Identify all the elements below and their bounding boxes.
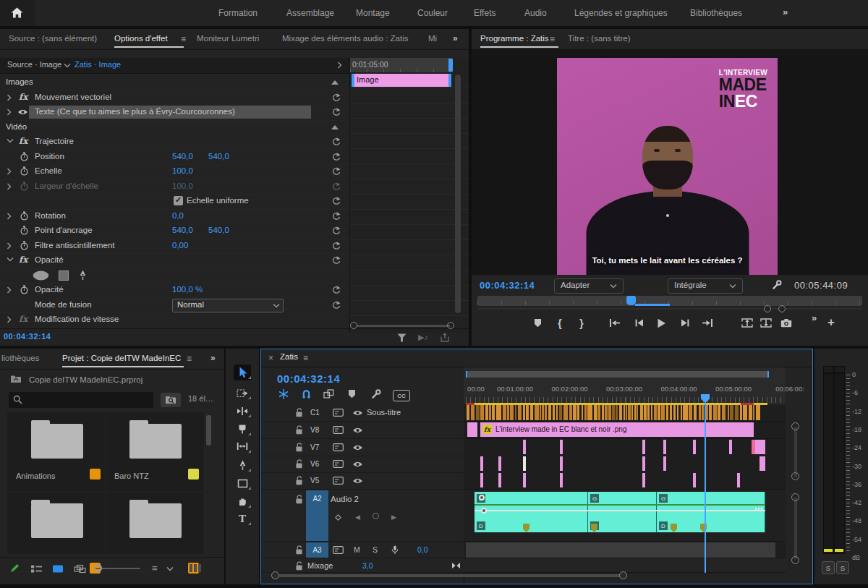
keyframe-line[interactable] [475,510,765,511]
play-button[interactable] [657,318,666,328]
caption-clip[interactable] [756,405,760,420]
prev-keyframe-icon[interactable]: ◀ [355,514,360,521]
caption-clip[interactable] [637,405,639,420]
reset-parameter-icon[interactable] [331,93,341,102]
track-content-mix[interactable] [464,559,786,573]
fx-tab-3[interactable]: Moniteur Lumetri [197,29,259,48]
caption-clip[interactable] [523,405,525,420]
step-forward-button[interactable] [681,318,690,328]
caption-clip[interactable] [476,405,480,420]
fx-mini-ruler[interactable]: 0:01:05:00 [350,58,451,72]
caption-clip[interactable] [507,405,509,420]
eye-icon[interactable] [352,427,363,434]
caption-clip[interactable] [749,405,752,420]
caption-clip[interactable] [608,405,611,420]
workspace-tab-5[interactable]: Effets [474,0,495,26]
track-output-icon[interactable] [333,477,344,485]
caption-clip[interactable] [496,405,499,420]
keyframe-stopwatch-icon[interactable] [20,211,29,221]
next-keyframe-icon[interactable]: ▶ [391,514,396,521]
track-content-v6[interactable] [464,456,786,473]
solo-button[interactable]: S [373,545,378,554]
track-output-icon[interactable] [333,409,344,417]
scrub-zoom-handle-left[interactable] [764,305,771,312]
fx-scroll-handle-right[interactable] [447,322,454,329]
marker-button[interactable] [534,318,542,328]
fx-value[interactable]: 540,0 [172,152,193,161]
caption-clip[interactable] [658,405,660,420]
blend-mode-select[interactable]: Normal [172,299,284,312]
caption-clip[interactable] [590,405,592,420]
chevron-right-icon[interactable] [7,286,12,294]
keyframe-dot-icon[interactable] [373,513,379,519]
mini-clip[interactable] [693,440,696,454]
work-area-bar[interactable] [466,371,769,378]
mini-clip[interactable] [523,473,526,487]
caption-clip[interactable] [689,405,692,420]
mini-clip[interactable] [663,440,666,454]
scroll-handle[interactable] [791,556,799,564]
caption-clip[interactable] [651,405,652,420]
track-header-v6[interactable]: V6 [261,456,464,473]
chevron-right-icon[interactable] [7,242,12,250]
fx-value[interactable]: 100,0 [172,166,193,175]
timeline-tab-menu-icon[interactable]: ≡ [303,353,308,363]
mini-clip[interactable] [523,440,526,454]
track-gain-value[interactable]: 0,0 [417,545,428,554]
lock-icon[interactable] [294,443,304,452]
project-root-folder-icon[interactable] [10,375,22,383]
mini-clip[interactable] [498,473,501,487]
program-playhead[interactable] [626,296,636,305]
caption-clip[interactable] [683,405,685,420]
zoom-slider-handle[interactable] [94,564,102,572]
mini-clip[interactable] [642,473,645,487]
caption-clip[interactable] [713,405,717,420]
scroll-handle[interactable] [791,493,799,501]
caption-clip[interactable] [722,405,726,420]
track-id[interactable]: V5 [310,477,319,485]
track-content-v5[interactable] [464,472,786,490]
caption-clip[interactable] [467,405,469,420]
caption-clip[interactable] [515,405,516,420]
caption-clip[interactable] [640,405,643,420]
caption-clip[interactable] [573,405,576,420]
caption-clip[interactable] [542,405,544,420]
track-header-v8[interactable]: V8 [261,422,464,439]
caption-clip[interactable] [526,405,529,420]
clip-pink-small[interactable] [467,422,477,437]
caption-clip[interactable] [485,405,488,420]
audio-clip-segment[interactable]: GD [588,492,657,532]
caption-clip[interactable] [753,405,754,420]
lift-button[interactable] [741,318,753,328]
mini-clip[interactable] [560,440,563,454]
caption-clip[interactable] [563,405,567,420]
program-tab[interactable]: Programme : Zatis [480,29,549,48]
mute-button[interactable]: M [354,545,360,554]
chevron-right-icon[interactable] [7,183,12,190]
mini-clip[interactable] [737,473,740,487]
audio-keyframe[interactable] [479,495,485,500]
caption-clip[interactable] [631,405,633,420]
track-output-icon[interactable] [333,426,344,434]
mini-clip[interactable] [560,473,563,487]
caption-clip[interactable] [728,405,730,420]
workspace-tab-4[interactable]: Couleur [417,0,448,26]
libraries-tab-clipped[interactable]: liothèques [1,349,39,367]
export-icon[interactable] [440,333,450,342]
keyframe-stopwatch-icon[interactable] [20,152,29,161]
freeform-view-button[interactable] [74,564,86,574]
track-content-v7[interactable] [464,439,786,456]
caption-clip[interactable] [548,405,551,420]
caption-clip[interactable] [535,405,538,420]
captions-icon[interactable]: CC [393,390,410,401]
caption-clip[interactable] [584,405,587,420]
go-to-in-button[interactable] [609,318,621,328]
section-collapse-icon[interactable] [331,80,339,85]
caption-clip[interactable] [666,405,668,420]
caption-clip[interactable] [510,405,514,420]
mini-timeline-toggle-icon[interactable] [337,61,342,69]
reset-parameter-icon[interactable] [331,182,341,191]
eye-icon[interactable] [352,461,363,468]
reset-parameter-icon[interactable] [331,167,341,176]
ellipse-mask-icon[interactable] [32,270,50,281]
